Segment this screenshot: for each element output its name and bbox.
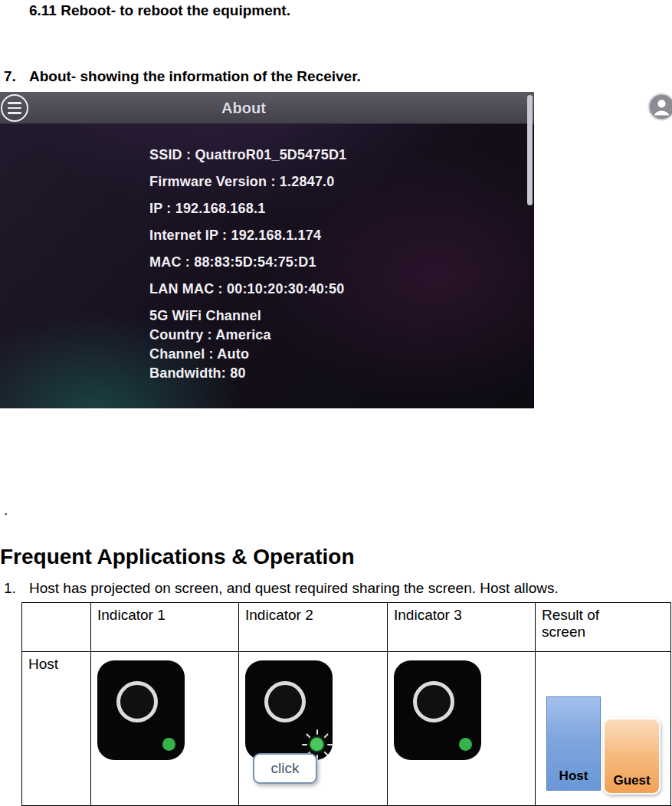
person-glyph (647, 93, 672, 121)
country-line: Country : America (149, 327, 346, 346)
header-indicator-2: Indicator 2 (239, 603, 388, 652)
section-6-11-line: 6.11 Reboot- to reboot the equipment. (29, 2, 290, 20)
firmware-line: Firmware Version : 1.2847.0 (149, 174, 346, 201)
wifi-channel-line: 5G WiFi Channel (149, 308, 346, 327)
cell-indicator-3 (388, 652, 536, 806)
list-item-1-text: Host has projected on screen, and quest … (29, 579, 559, 598)
header-indicator-1: Indicator 1 (91, 603, 239, 652)
scrollbar[interactable] (527, 95, 533, 205)
list-item-7-text: About- showing the information of the Re… (29, 67, 361, 86)
internet-ip-line: Internet IP : 192.168.1.174 (149, 228, 346, 254)
indicator-1-device-image (97, 660, 185, 760)
ssid-line: SSID : QuattroR01_5D5475D1 (149, 147, 346, 174)
green-led-icon (459, 738, 472, 751)
user-profile-icon[interactable] (647, 93, 672, 121)
power-ring-icon (116, 681, 158, 722)
header-indicator-3: Indicator 3 (388, 603, 536, 652)
header-result: Result of screen (536, 603, 671, 652)
about-header-bar: About (0, 92, 534, 124)
host-button[interactable]: Host (546, 696, 601, 791)
cell-indicator-1 (91, 652, 239, 806)
power-ring-icon (264, 681, 306, 722)
about-title: About (221, 99, 266, 116)
guest-button[interactable]: Guest (603, 718, 661, 795)
host-button-label: Host (559, 768, 588, 784)
hamburger-menu-icon[interactable] (1, 94, 28, 122)
row-label-host: Host (22, 652, 91, 806)
channel-line: Channel : Auto (149, 346, 346, 365)
click-callout: click (253, 753, 317, 784)
list-item-1: 1. Host has projected on screen, and que… (4, 579, 669, 598)
cell-result-of-screen: Host Guest (536, 652, 671, 806)
lan-mac-line: LAN MAC : 00:10:20:30:40:50 (149, 281, 346, 308)
table-row-host: Host click (22, 652, 671, 806)
green-led-icon (162, 738, 175, 751)
indicator-2-device-image (245, 660, 333, 760)
table-header-row: Indicator 1 Indicator 2 Indicator 3 Resu… (22, 603, 671, 652)
header-empty (22, 603, 91, 652)
green-led-blinking-icon (310, 738, 323, 751)
power-ring-icon (413, 681, 454, 722)
header-result-text: Result of screen (542, 607, 618, 641)
host-indicator-table: Indicator 1 Indicator 2 Indicator 3 Resu… (21, 602, 671, 806)
list-item-7: 7. About- showing the information of the… (4, 67, 663, 86)
click-callout-text: click (271, 760, 300, 777)
mac-line: MAC : 88:83:5D:54:75:D1 (149, 254, 346, 281)
about-info-block: SSID : QuattroR01_5D5475D1 Firmware Vers… (149, 147, 346, 385)
about-screenshot: About SSID : QuattroR01_5D5475D1 Firmwar… (0, 92, 534, 408)
ip-line: IP : 192.168.168.1 (149, 201, 346, 228)
guest-button-label: Guest (613, 773, 650, 788)
list-item-7-number: 7. (4, 67, 29, 86)
bandwidth-line: Bandwidth: 80 (149, 365, 346, 385)
section-heading: Frequent Applications & Operation (0, 545, 355, 569)
cell-indicator-2: click (239, 652, 388, 806)
list-item-1-number: 1. (4, 579, 29, 598)
indicator-3-device-image (394, 660, 481, 760)
stray-period: . (4, 502, 8, 519)
